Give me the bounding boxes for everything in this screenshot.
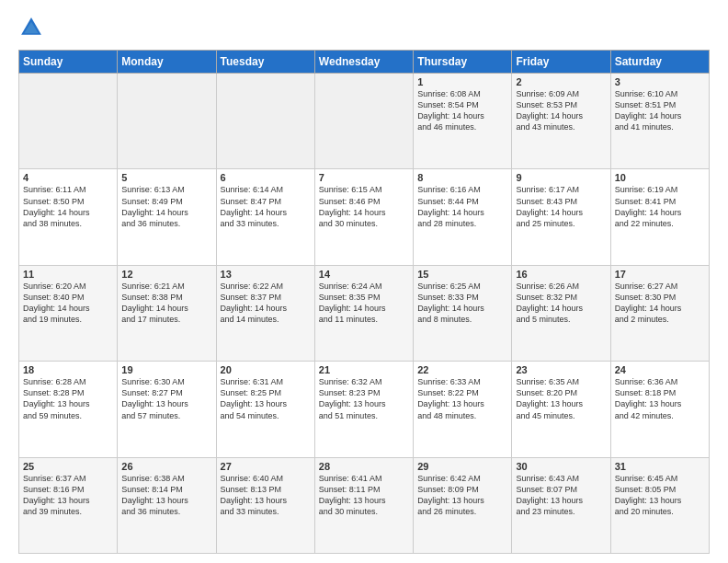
page: SundayMondayTuesdayWednesdayThursdayFrid…	[0, 0, 728, 563]
calendar-cell: 18Sunrise: 6:28 AM Sunset: 8:28 PM Dayli…	[19, 362, 118, 457]
header-cell-tuesday: Tuesday	[216, 51, 314, 74]
logo-icon	[18, 15, 44, 40]
calendar-cell: 9Sunrise: 6:17 AM Sunset: 8:43 PM Daylig…	[512, 169, 610, 265]
day-info: Sunrise: 6:19 AM Sunset: 8:41 PM Dayligh…	[615, 184, 705, 229]
day-info: Sunrise: 6:43 AM Sunset: 8:07 PM Dayligh…	[516, 473, 606, 518]
calendar-cell: 26Sunrise: 6:38 AM Sunset: 8:14 PM Dayli…	[118, 457, 216, 553]
day-info: Sunrise: 6:16 AM Sunset: 8:44 PM Dayligh…	[417, 184, 507, 229]
day-number: 18	[23, 364, 113, 375]
calendar-cell: 24Sunrise: 6:36 AM Sunset: 8:18 PM Dayli…	[610, 362, 709, 457]
calendar-cell: 3Sunrise: 6:10 AM Sunset: 8:51 PM Daylig…	[610, 74, 709, 169]
day-info: Sunrise: 6:15 AM Sunset: 8:46 PM Dayligh…	[319, 184, 409, 229]
calendar-cell: 4Sunrise: 6:11 AM Sunset: 8:50 PM Daylig…	[19, 169, 118, 265]
day-info: Sunrise: 6:20 AM Sunset: 8:40 PM Dayligh…	[23, 281, 113, 326]
day-info: Sunrise: 6:26 AM Sunset: 8:32 PM Dayligh…	[516, 281, 606, 326]
day-number: 10	[615, 172, 705, 183]
day-number: 5	[121, 172, 211, 183]
day-info: Sunrise: 6:42 AM Sunset: 8:09 PM Dayligh…	[417, 473, 507, 518]
calendar-cell: 16Sunrise: 6:26 AM Sunset: 8:32 PM Dayli…	[512, 265, 610, 361]
day-info: Sunrise: 6:13 AM Sunset: 8:49 PM Dayligh…	[121, 184, 211, 229]
calendar-cell: 31Sunrise: 6:45 AM Sunset: 8:05 PM Dayli…	[610, 457, 709, 553]
calendar-cell: 2Sunrise: 6:09 AM Sunset: 8:53 PM Daylig…	[512, 74, 610, 169]
calendar-cell	[314, 74, 413, 169]
day-info: Sunrise: 6:35 AM Sunset: 8:20 PM Dayligh…	[516, 376, 606, 421]
calendar-cell: 21Sunrise: 6:32 AM Sunset: 8:23 PM Dayli…	[314, 362, 413, 457]
header-row: SundayMondayTuesdayWednesdayThursdayFrid…	[19, 51, 710, 74]
calendar-cell: 11Sunrise: 6:20 AM Sunset: 8:40 PM Dayli…	[19, 265, 118, 361]
day-info: Sunrise: 6:08 AM Sunset: 8:54 PM Dayligh…	[417, 88, 507, 133]
header-cell-saturday: Saturday	[610, 51, 709, 74]
day-info: Sunrise: 6:24 AM Sunset: 8:35 PM Dayligh…	[319, 281, 409, 326]
day-info: Sunrise: 6:17 AM Sunset: 8:43 PM Dayligh…	[516, 184, 606, 229]
calendar-header: SundayMondayTuesdayWednesdayThursdayFrid…	[19, 51, 710, 74]
day-number: 1	[417, 76, 507, 87]
day-number: 6	[221, 172, 311, 183]
calendar-cell: 15Sunrise: 6:25 AM Sunset: 8:33 PM Dayli…	[414, 265, 512, 361]
day-number: 2	[516, 76, 606, 87]
day-number: 13	[221, 269, 311, 280]
calendar-cell: 6Sunrise: 6:14 AM Sunset: 8:47 PM Daylig…	[216, 169, 314, 265]
day-number: 12	[121, 269, 211, 280]
header-cell-thursday: Thursday	[414, 51, 512, 74]
day-number: 9	[516, 172, 606, 183]
calendar-cell: 1Sunrise: 6:08 AM Sunset: 8:54 PM Daylig…	[414, 74, 512, 169]
header-cell-sunday: Sunday	[19, 51, 118, 74]
day-info: Sunrise: 6:21 AM Sunset: 8:38 PM Dayligh…	[121, 281, 211, 326]
day-number: 7	[319, 172, 409, 183]
day-number: 25	[23, 461, 113, 472]
week-row-4: 25Sunrise: 6:37 AM Sunset: 8:16 PM Dayli…	[19, 457, 710, 553]
day-info: Sunrise: 6:41 AM Sunset: 8:11 PM Dayligh…	[319, 473, 409, 518]
day-number: 29	[417, 461, 507, 472]
day-number: 17	[615, 269, 705, 280]
day-info: Sunrise: 6:10 AM Sunset: 8:51 PM Dayligh…	[615, 88, 705, 133]
day-info: Sunrise: 6:30 AM Sunset: 8:27 PM Dayligh…	[121, 376, 211, 421]
calendar-cell: 13Sunrise: 6:22 AM Sunset: 8:37 PM Dayli…	[216, 265, 314, 361]
day-info: Sunrise: 6:45 AM Sunset: 8:05 PM Dayligh…	[615, 473, 705, 518]
day-number: 11	[23, 269, 113, 280]
day-number: 23	[516, 364, 606, 375]
day-number: 31	[615, 461, 705, 472]
day-info: Sunrise: 6:09 AM Sunset: 8:53 PM Dayligh…	[516, 88, 606, 133]
calendar-cell	[118, 74, 216, 169]
day-info: Sunrise: 6:40 AM Sunset: 8:13 PM Dayligh…	[221, 473, 311, 518]
calendar-cell	[216, 74, 314, 169]
calendar-cell: 17Sunrise: 6:27 AM Sunset: 8:30 PM Dayli…	[610, 265, 709, 361]
day-info: Sunrise: 6:14 AM Sunset: 8:47 PM Dayligh…	[221, 184, 311, 229]
header-cell-monday: Monday	[118, 51, 216, 74]
week-row-2: 11Sunrise: 6:20 AM Sunset: 8:40 PM Dayli…	[19, 265, 710, 361]
week-row-3: 18Sunrise: 6:28 AM Sunset: 8:28 PM Dayli…	[19, 362, 710, 457]
header	[18, 15, 710, 40]
calendar-cell	[19, 74, 118, 169]
day-info: Sunrise: 6:33 AM Sunset: 8:22 PM Dayligh…	[417, 376, 507, 421]
day-info: Sunrise: 6:22 AM Sunset: 8:37 PM Dayligh…	[221, 281, 311, 326]
calendar-cell: 14Sunrise: 6:24 AM Sunset: 8:35 PM Dayli…	[314, 265, 413, 361]
day-number: 8	[417, 172, 507, 183]
week-row-0: 1Sunrise: 6:08 AM Sunset: 8:54 PM Daylig…	[19, 74, 710, 169]
day-number: 21	[319, 364, 409, 375]
week-row-1: 4Sunrise: 6:11 AM Sunset: 8:50 PM Daylig…	[19, 169, 710, 265]
day-number: 20	[221, 364, 311, 375]
logo	[18, 15, 48, 40]
day-info: Sunrise: 6:31 AM Sunset: 8:25 PM Dayligh…	[221, 376, 311, 421]
calendar-cell: 8Sunrise: 6:16 AM Sunset: 8:44 PM Daylig…	[414, 169, 512, 265]
calendar-cell: 12Sunrise: 6:21 AM Sunset: 8:38 PM Dayli…	[118, 265, 216, 361]
header-cell-wednesday: Wednesday	[314, 51, 413, 74]
day-number: 30	[516, 461, 606, 472]
day-number: 28	[319, 461, 409, 472]
calendar-cell: 7Sunrise: 6:15 AM Sunset: 8:46 PM Daylig…	[314, 169, 413, 265]
day-number: 24	[615, 364, 705, 375]
calendar-cell: 30Sunrise: 6:43 AM Sunset: 8:07 PM Dayli…	[512, 457, 610, 553]
day-number: 26	[121, 461, 211, 472]
day-number: 3	[615, 76, 705, 87]
day-number: 22	[417, 364, 507, 375]
day-number: 15	[417, 269, 507, 280]
day-info: Sunrise: 6:11 AM Sunset: 8:50 PM Dayligh…	[23, 184, 113, 229]
day-info: Sunrise: 6:36 AM Sunset: 8:18 PM Dayligh…	[615, 376, 705, 421]
header-cell-friday: Friday	[512, 51, 610, 74]
calendar-cell: 28Sunrise: 6:41 AM Sunset: 8:11 PM Dayli…	[314, 457, 413, 553]
day-info: Sunrise: 6:38 AM Sunset: 8:14 PM Dayligh…	[121, 473, 211, 518]
calendar-cell: 22Sunrise: 6:33 AM Sunset: 8:22 PM Dayli…	[414, 362, 512, 457]
day-info: Sunrise: 6:37 AM Sunset: 8:16 PM Dayligh…	[23, 473, 113, 518]
calendar-cell: 20Sunrise: 6:31 AM Sunset: 8:25 PM Dayli…	[216, 362, 314, 457]
day-number: 27	[221, 461, 311, 472]
